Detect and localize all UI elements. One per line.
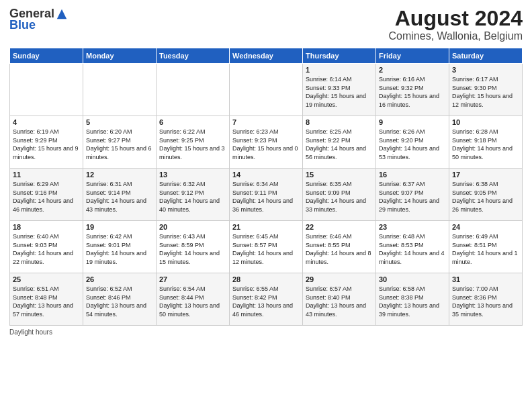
day-info: Sunrise: 6:37 AMSunset: 9:07 PMDaylight:…	[379, 180, 446, 214]
day-number: 31	[452, 275, 519, 283]
calendar-cell: 9Sunrise: 6:26 AMSunset: 9:20 PMDaylight…	[376, 116, 449, 169]
day-number: 5	[86, 118, 153, 126]
calendar-cell: 18Sunrise: 6:40 AMSunset: 9:03 PMDayligh…	[10, 221, 83, 273]
day-number: 6	[159, 118, 226, 126]
calendar-week-row: 25Sunrise: 6:51 AMSunset: 8:48 PMDayligh…	[10, 273, 523, 326]
calendar-cell: 22Sunrise: 6:46 AMSunset: 8:55 PMDayligh…	[303, 221, 376, 273]
logo-blue: Blue	[9, 18, 36, 32]
calendar-cell: 8Sunrise: 6:25 AMSunset: 9:22 PMDaylight…	[303, 116, 376, 169]
day-info: Sunrise: 6:54 AMSunset: 8:44 PMDaylight:…	[159, 285, 226, 318]
calendar-cell: 11Sunrise: 6:29 AMSunset: 9:16 PMDayligh…	[10, 169, 83, 221]
calendar-cell: 26Sunrise: 6:52 AMSunset: 8:46 PMDayligh…	[83, 273, 157, 326]
calendar-week-row: 11Sunrise: 6:29 AMSunset: 9:16 PMDayligh…	[10, 169, 523, 221]
page-container: General Blue August 2024 Comines, Wallon…	[0, 0, 532, 341]
calendar-cell: 24Sunrise: 6:49 AMSunset: 8:51 PMDayligh…	[449, 221, 523, 273]
day-number: 7	[232, 118, 300, 126]
day-info: Sunrise: 6:42 AMSunset: 9:01 PMDaylight:…	[86, 232, 153, 266]
day-info: Sunrise: 6:35 AMSunset: 9:09 PMDaylight:…	[306, 180, 373, 214]
day-number: 25	[13, 275, 80, 283]
calendar-cell: 17Sunrise: 6:38 AMSunset: 9:05 PMDayligh…	[449, 169, 523, 221]
calendar-cell	[157, 64, 230, 116]
calendar-cell: 25Sunrise: 6:51 AMSunset: 8:48 PMDayligh…	[10, 273, 83, 326]
day-number: 28	[232, 275, 300, 283]
page-title: August 2024	[389, 7, 523, 30]
calendar-cell: 31Sunrise: 7:00 AMSunset: 8:36 PMDayligh…	[449, 273, 523, 326]
day-number: 3	[452, 66, 519, 74]
day-info: Sunrise: 6:46 AMSunset: 8:55 PMDaylight:…	[306, 232, 373, 266]
title-block: August 2024 Comines, Wallonia, Belgium	[389, 7, 523, 42]
calendar-cell: 20Sunrise: 6:43 AMSunset: 8:59 PMDayligh…	[157, 221, 230, 273]
calendar-cell: 7Sunrise: 6:23 AMSunset: 9:23 PMDaylight…	[230, 116, 303, 169]
calendar-cell: 13Sunrise: 6:32 AMSunset: 9:12 PMDayligh…	[157, 169, 230, 221]
calendar-cell: 1Sunrise: 6:14 AMSunset: 9:33 PMDaylight…	[303, 64, 376, 116]
svg-marker-0	[57, 9, 66, 18]
day-info: Sunrise: 6:57 AMSunset: 8:40 PMDaylight:…	[306, 285, 373, 318]
day-number: 8	[306, 118, 373, 126]
calendar-cell	[230, 64, 303, 116]
day-number: 27	[159, 275, 226, 283]
calendar-week-row: 4Sunrise: 6:19 AMSunset: 9:29 PMDaylight…	[10, 116, 523, 169]
day-number: 18	[13, 223, 80, 231]
calendar-cell: 27Sunrise: 6:54 AMSunset: 8:44 PMDayligh…	[157, 273, 230, 326]
calendar-header-wednesday: Wednesday	[230, 48, 303, 64]
day-info: Sunrise: 6:22 AMSunset: 9:25 PMDaylight:…	[159, 128, 226, 161]
day-number: 15	[306, 171, 373, 179]
day-info: Sunrise: 6:16 AMSunset: 9:32 PMDaylight:…	[379, 75, 446, 109]
calendar-cell: 12Sunrise: 6:31 AMSunset: 9:14 PMDayligh…	[83, 169, 157, 221]
page-header: General Blue August 2024 Comines, Wallon…	[9, 7, 523, 42]
calendar-cell: 3Sunrise: 6:17 AMSunset: 9:30 PMDaylight…	[449, 64, 523, 116]
day-number: 23	[379, 223, 446, 231]
day-info: Sunrise: 6:40 AMSunset: 9:03 PMDaylight:…	[13, 232, 80, 266]
calendar-cell: 14Sunrise: 6:34 AMSunset: 9:11 PMDayligh…	[230, 169, 303, 221]
calendar-cell: 4Sunrise: 6:19 AMSunset: 9:29 PMDaylight…	[10, 116, 83, 169]
calendar-cell: 29Sunrise: 6:57 AMSunset: 8:40 PMDayligh…	[303, 273, 376, 326]
day-info: Sunrise: 6:52 AMSunset: 8:46 PMDaylight:…	[86, 285, 153, 318]
day-number: 12	[86, 171, 153, 179]
day-info: Sunrise: 6:29 AMSunset: 9:16 PMDaylight:…	[13, 180, 80, 214]
calendar-header-thursday: Thursday	[303, 48, 376, 64]
day-info: Sunrise: 6:20 AMSunset: 9:27 PMDaylight:…	[86, 128, 153, 161]
day-number: 11	[13, 171, 80, 179]
day-number: 10	[452, 118, 519, 126]
day-number: 9	[379, 118, 446, 126]
day-number: 16	[379, 171, 446, 179]
calendar-cell: 15Sunrise: 6:35 AMSunset: 9:09 PMDayligh…	[303, 169, 376, 221]
day-number: 22	[306, 223, 373, 231]
day-info: Sunrise: 6:43 AMSunset: 8:59 PMDaylight:…	[159, 232, 226, 266]
day-number: 14	[232, 171, 300, 179]
calendar-header-friday: Friday	[376, 48, 449, 64]
day-info: Sunrise: 6:17 AMSunset: 9:30 PMDaylight:…	[452, 75, 519, 109]
day-number: 4	[13, 118, 80, 126]
calendar-week-row: 1Sunrise: 6:14 AMSunset: 9:33 PMDaylight…	[10, 64, 523, 116]
calendar-header-tuesday: Tuesday	[157, 48, 230, 64]
calendar-week-row: 18Sunrise: 6:40 AMSunset: 9:03 PMDayligh…	[10, 221, 523, 273]
calendar-table: SundayMondayTuesdayWednesdayThursdayFrid…	[9, 48, 523, 326]
calendar-header-saturday: Saturday	[449, 48, 523, 64]
calendar-cell: 30Sunrise: 6:58 AMSunset: 8:38 PMDayligh…	[376, 273, 449, 326]
day-number: 29	[306, 275, 373, 283]
day-info: Sunrise: 6:34 AMSunset: 9:11 PMDaylight:…	[232, 180, 300, 214]
calendar-cell: 6Sunrise: 6:22 AMSunset: 9:25 PMDaylight…	[157, 116, 230, 169]
day-info: Sunrise: 6:32 AMSunset: 9:12 PMDaylight:…	[159, 180, 226, 214]
day-number: 20	[159, 223, 226, 231]
day-number: 19	[86, 223, 153, 231]
day-info: Sunrise: 6:58 AMSunset: 8:38 PMDaylight:…	[379, 285, 446, 318]
day-number: 24	[452, 223, 519, 231]
day-number: 26	[86, 275, 153, 283]
day-info: Sunrise: 6:51 AMSunset: 8:48 PMDaylight:…	[13, 285, 80, 318]
day-info: Sunrise: 7:00 AMSunset: 8:36 PMDaylight:…	[452, 285, 519, 318]
day-number: 2	[379, 66, 446, 74]
day-number: 21	[232, 223, 300, 231]
day-info: Sunrise: 6:19 AMSunset: 9:29 PMDaylight:…	[13, 128, 80, 161]
day-number: 13	[159, 171, 226, 179]
logo-icon	[56, 8, 68, 20]
day-info: Sunrise: 6:45 AMSunset: 8:57 PMDaylight:…	[232, 232, 300, 266]
calendar-header-row: SundayMondayTuesdayWednesdayThursdayFrid…	[10, 48, 523, 64]
day-info: Sunrise: 6:38 AMSunset: 9:05 PMDaylight:…	[452, 180, 519, 214]
logo: General Blue	[9, 7, 68, 32]
page-subtitle: Comines, Wallonia, Belgium	[389, 30, 523, 42]
day-info: Sunrise: 6:25 AMSunset: 9:22 PMDaylight:…	[306, 128, 373, 161]
day-info: Sunrise: 6:48 AMSunset: 8:53 PMDaylight:…	[379, 232, 446, 266]
calendar-cell: 10Sunrise: 6:28 AMSunset: 9:18 PMDayligh…	[449, 116, 523, 169]
day-number: 1	[306, 66, 373, 74]
